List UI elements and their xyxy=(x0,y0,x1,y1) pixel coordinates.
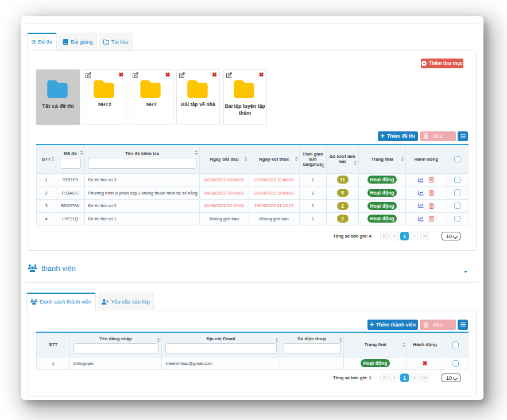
svg-text:?: ? xyxy=(32,40,34,44)
